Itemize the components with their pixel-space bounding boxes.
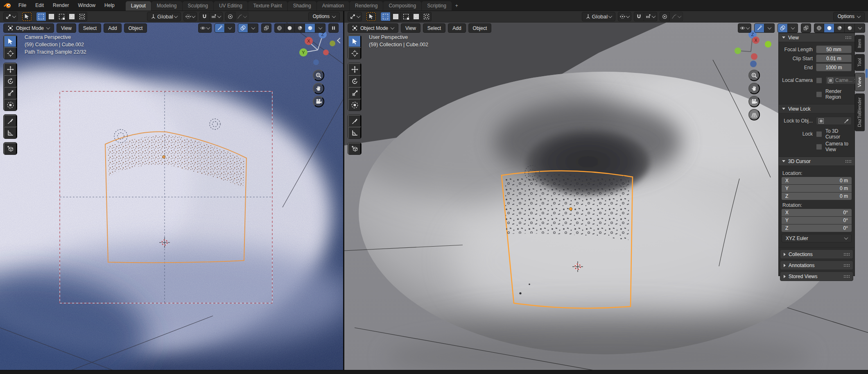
- rotate-tool[interactable]: [4, 75, 17, 87]
- options-button[interactable]: Options: [308, 12, 340, 21]
- rotation-mode-dropdown[interactable]: XYZ Euler: [782, 234, 852, 243]
- shading-dropdown[interactable]: [855, 23, 865, 33]
- move-tool[interactable]: [4, 63, 17, 75]
- transform-orientation-button[interactable]: Global: [582, 12, 616, 21]
- camera-view-button[interactable]: [748, 96, 760, 107]
- camera-to-view-checkbox[interactable]: [816, 144, 822, 150]
- shading-rendered-button[interactable]: [845, 23, 855, 33]
- select-mode-invert[interactable]: [411, 12, 421, 21]
- shading-solid-button[interactable]: [824, 23, 834, 33]
- cursor-tool[interactable]: [4, 47, 17, 59]
- panel-grip-icon[interactable]: [845, 36, 851, 39]
- show-overlays-toggle[interactable]: [778, 23, 788, 33]
- move-tool[interactable]: [348, 63, 361, 75]
- mode-dropdown[interactable]: Object Mode: [348, 23, 398, 33]
- menu-render[interactable]: Render: [48, 0, 73, 11]
- tab-uv-editing[interactable]: UV Editing: [214, 1, 248, 11]
- transform-tool[interactable]: [348, 99, 361, 111]
- eyedropper-icon[interactable]: [845, 119, 849, 123]
- options-button[interactable]: Options: [833, 12, 865, 21]
- shading-material-button[interactable]: [834, 23, 845, 33]
- zoom-view-button[interactable]: [748, 70, 760, 81]
- menu-object[interactable]: Object: [468, 23, 492, 33]
- proportional-falloff-button[interactable]: [235, 12, 249, 21]
- viewport-divider[interactable]: [343, 11, 344, 370]
- select-mode-extend[interactable]: [391, 12, 401, 21]
- axis-x-negative-handle[interactable]: [323, 50, 329, 55]
- pan-view-button[interactable]: [313, 83, 324, 94]
- axis-z-negative-handle[interactable]: [750, 61, 757, 67]
- sidebar-scrollbar[interactable]: [866, 69, 868, 78]
- camera-view-button[interactable]: [313, 96, 324, 107]
- cursor-location-z-field[interactable]: Z 0 m: [782, 193, 852, 200]
- focal-length-field[interactable]: 50 mm: [816, 45, 852, 53]
- tab-modeling[interactable]: Modeling: [151, 1, 182, 11]
- active-tool-select-box-button[interactable]: [22, 12, 32, 21]
- navigation-axes-gizmo[interactable]: Z X: [735, 27, 774, 68]
- rotate-tool[interactable]: [348, 75, 361, 87]
- xray-toggle[interactable]: [801, 23, 811, 33]
- render-region-checkbox[interactable]: [816, 91, 822, 97]
- cursor-location-y-field[interactable]: Y 0 m: [782, 185, 852, 192]
- axis-y-handle[interactable]: [735, 48, 741, 54]
- sidebar-tab-item[interactable]: Item: [855, 35, 865, 52]
- 3d-viewport-canvas-left[interactable]: [0, 11, 343, 370]
- visibility-dropdown[interactable]: [198, 23, 212, 33]
- tab-texture-paint[interactable]: Texture Paint: [248, 1, 287, 11]
- select-mode-invert[interactable]: [67, 12, 77, 21]
- visib​ility-dropdown[interactable]: [738, 23, 751, 33]
- view-panel-header[interactable]: View: [779, 33, 854, 42]
- gizmos-dropdown[interactable]: [764, 23, 775, 33]
- xray-toggle[interactable]: [261, 23, 271, 33]
- render-pause-button[interactable]: [328, 23, 339, 33]
- tab-shading[interactable]: Shading: [288, 1, 316, 11]
- cursor-rotation-z-field[interactable]: Z 0°: [782, 224, 852, 232]
- transform-orientation-button[interactable]: Global: [147, 12, 181, 21]
- measure-tool[interactable]: [4, 127, 17, 138]
- collections-panel-header[interactable]: Collections: [780, 249, 853, 259]
- select-mode-set[interactable]: [36, 12, 46, 21]
- add-cube-tool[interactable]: [4, 143, 17, 154]
- menu-select[interactable]: Select: [423, 23, 445, 33]
- menu-object[interactable]: Object: [124, 23, 147, 33]
- pivot-point-button[interactable]: [618, 12, 631, 21]
- axis-y-negative-handle[interactable]: [330, 41, 335, 46]
- cursor-rotation-y-field[interactable]: Y 0°: [782, 217, 852, 224]
- pan-view-button[interactable]: [748, 83, 760, 94]
- mode-dropdown[interactable]: Object Mode: [3, 23, 54, 33]
- shading-material-button[interactable]: [295, 23, 305, 33]
- tab-scripting[interactable]: Scripting: [422, 1, 452, 11]
- tab-sculpting[interactable]: Sculpting: [183, 1, 213, 11]
- snap-toggle-button[interactable]: [634, 12, 644, 21]
- navigation-axes-gizmo[interactable]: Z X Y: [299, 27, 338, 68]
- select-mode-intersect[interactable]: [421, 12, 432, 21]
- clip-start-field[interactable]: 0.01 m: [816, 54, 852, 62]
- cursor-panel-header[interactable]: 3D Cursor: [779, 157, 854, 166]
- proportional-falloff-button[interactable]: [670, 12, 683, 21]
- panel-grip-icon[interactable]: [843, 275, 850, 278]
- tab-compositing[interactable]: Compositing: [383, 1, 421, 11]
- select-box-tool[interactable]: [348, 35, 361, 47]
- cursor-tool[interactable]: [348, 47, 361, 59]
- show-overlays-toggle[interactable]: [238, 23, 248, 33]
- clip-end-field[interactable]: 1000 m: [816, 63, 852, 71]
- overlays-dropdown[interactable]: [788, 23, 798, 33]
- panel-grip-icon[interactable]: [845, 160, 851, 163]
- menu-select[interactable]: Select: [79, 23, 101, 33]
- menu-edit[interactable]: Edit: [31, 0, 48, 11]
- select-mode-extend[interactable]: [46, 12, 57, 21]
- axis-y-negative-handle[interactable]: [765, 41, 771, 48]
- axis-x-negative-handle[interactable]: [751, 53, 757, 60]
- sidebar-tab-view[interactable]: View: [855, 73, 865, 91]
- cursor-location-x-field[interactable]: X 0 m: [782, 177, 852, 184]
- pivot-point-button[interactable]: [183, 12, 197, 21]
- transform-tool[interactable]: [4, 99, 17, 111]
- tab-animation[interactable]: Animation: [317, 1, 349, 11]
- snap-settings-button[interactable]: [644, 12, 657, 21]
- show-gizmos-toggle[interactable]: [754, 23, 764, 33]
- select-mode-subtract[interactable]: [401, 12, 411, 21]
- measure-tool[interactable]: [348, 127, 361, 138]
- annotate-tool[interactable]: [348, 115, 361, 127]
- select-mode-subtract[interactable]: [57, 12, 67, 21]
- add-cube-tool[interactable]: [348, 143, 361, 154]
